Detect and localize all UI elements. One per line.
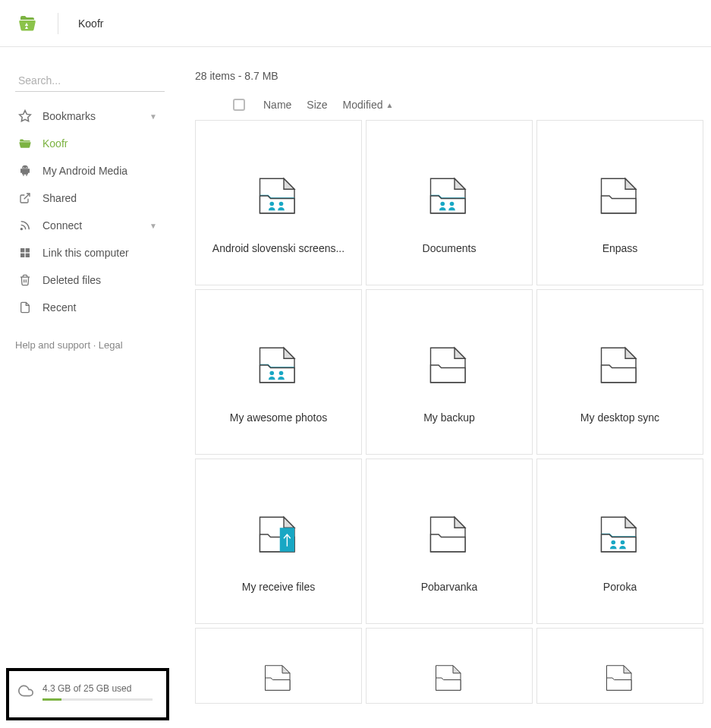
sort-asc-icon: ▲ — [386, 101, 394, 109]
file-name: My backup — [423, 411, 475, 424]
columns-header: Name Size Modified ▲ — [195, 99, 703, 120]
storage-widget: 4.3 GB of 25 GB used — [6, 668, 169, 720]
sidebar: Bookmarks ▼ Koofr My Android Media Shar — [0, 47, 195, 728]
shared-folder-icon — [592, 508, 648, 561]
breadcrumb[interactable]: Koofr — [78, 17, 103, 30]
folder-folder-icon — [592, 339, 648, 392]
storage-text: 4.3 GB of 25 GB used — [42, 683, 153, 694]
shared-folder-icon — [250, 169, 307, 222]
file-tile[interactable]: Poroka — [536, 459, 703, 624]
svg-rect-6 — [20, 254, 24, 257]
file-tile[interactable]: Android slovenski screens... — [195, 120, 362, 285]
sidebar-footer-links: Help and support · Legal — [15, 339, 180, 351]
app-logo[interactable] — [17, 13, 38, 34]
svg-rect-7 — [26, 254, 30, 257]
sidebar-item-label: Recent — [42, 301, 76, 314]
sidebar-item-label: Deleted files — [42, 274, 101, 286]
column-modified-label: Modified — [343, 99, 383, 111]
external-icon — [18, 191, 32, 205]
file-tile[interactable]: My awesome photos — [195, 289, 362, 455]
file-tile[interactable]: Documents — [366, 120, 533, 285]
chevron-down-icon: ▼ — [149, 112, 157, 121]
folder-icon — [250, 659, 307, 697]
star-icon — [18, 109, 32, 123]
folder-icon — [421, 659, 477, 697]
koofr-logo-icon — [17, 13, 38, 34]
file-tile[interactable]: Enpass — [536, 120, 703, 285]
svg-rect-4 — [20, 248, 24, 252]
grid-icon — [18, 246, 32, 260]
folder-folder-icon — [592, 169, 648, 222]
items-summary: 28 items - 8.7 MB — [195, 70, 703, 82]
column-modified[interactable]: Modified ▲ — [343, 99, 394, 111]
file-tile[interactable]: My backup — [366, 289, 533, 455]
koofr-icon — [18, 137, 32, 150]
header: Koofr — [0, 0, 711, 47]
shared-folder-icon — [250, 339, 307, 392]
sidebar-item-label: Link this computer — [42, 247, 129, 259]
file-tile[interactable] — [366, 628, 533, 704]
upload-folder-icon — [250, 508, 307, 561]
separator: · — [90, 339, 99, 351]
file-tile[interactable] — [195, 628, 362, 704]
file-name: My awesome photos — [230, 411, 327, 424]
file-tile[interactable]: Pobarvanka — [366, 459, 533, 624]
file-tile[interactable]: My receive files — [195, 459, 362, 624]
svg-marker-1 — [20, 111, 31, 121]
file-grid: Android slovenski screens...DocumentsEnp… — [195, 120, 703, 704]
shared-folder-icon — [421, 169, 477, 222]
select-all-checkbox[interactable] — [233, 99, 245, 111]
help-link[interactable]: Help and support — [15, 339, 90, 351]
sidebar-item-bookmarks[interactable]: Bookmarks ▼ — [15, 102, 180, 130]
sidebar-item-koofr[interactable]: Koofr — [15, 130, 180, 157]
sidebar-item-label: Bookmarks — [42, 110, 96, 122]
legal-link[interactable]: Legal — [99, 339, 123, 351]
file-name: My receive files — [242, 581, 315, 593]
file-name: Pobarvanka — [421, 581, 478, 593]
chevron-down-icon: ▼ — [149, 222, 157, 230]
rss-icon — [18, 219, 32, 232]
svg-line-2 — [24, 194, 30, 199]
file-name: Enpass — [602, 242, 638, 254]
search-input[interactable] — [15, 70, 165, 92]
svg-point-3 — [20, 228, 22, 230]
sidebar-item-android[interactable]: My Android Media — [15, 157, 180, 184]
sidebar-item-label: My Android Media — [42, 165, 127, 177]
column-size[interactable]: Size — [307, 99, 327, 111]
sidebar-item-deleted[interactable]: Deleted files — [15, 266, 180, 294]
sidebar-item-label: Shared — [42, 192, 77, 204]
sidebar-item-label: Connect — [42, 219, 82, 232]
sidebar-item-shared[interactable]: Shared — [15, 184, 180, 212]
sidebar-item-link-computer[interactable]: Link this computer — [15, 239, 180, 266]
folder-folder-icon — [421, 339, 477, 392]
storage-fill — [42, 698, 61, 701]
file-name: My desktop sync — [580, 411, 659, 424]
folder-icon — [592, 659, 648, 697]
cloud-icon — [18, 683, 33, 698]
sidebar-item-connect[interactable]: Connect ▼ — [15, 212, 180, 239]
file-name: Android slovenski screens... — [212, 242, 344, 254]
nav-list: Bookmarks ▼ Koofr My Android Media Shar — [15, 102, 180, 321]
sidebar-item-recent[interactable]: Recent — [15, 294, 180, 321]
recent-icon — [18, 301, 32, 314]
folder-folder-icon — [421, 508, 477, 561]
storage-track — [42, 698, 153, 701]
trash-icon — [18, 273, 32, 287]
file-tile[interactable]: My desktop sync — [536, 289, 703, 455]
android-icon — [18, 164, 32, 178]
main-panel: 28 items - 8.7 MB Name Size Modified ▲ A… — [195, 47, 711, 728]
file-name: Poroka — [603, 581, 637, 593]
file-name: Documents — [423, 242, 477, 254]
file-tile[interactable] — [536, 628, 703, 704]
header-divider — [58, 13, 58, 34]
column-name[interactable]: Name — [263, 99, 291, 111]
sidebar-item-label: Koofr — [42, 137, 68, 150]
svg-rect-5 — [26, 248, 30, 252]
